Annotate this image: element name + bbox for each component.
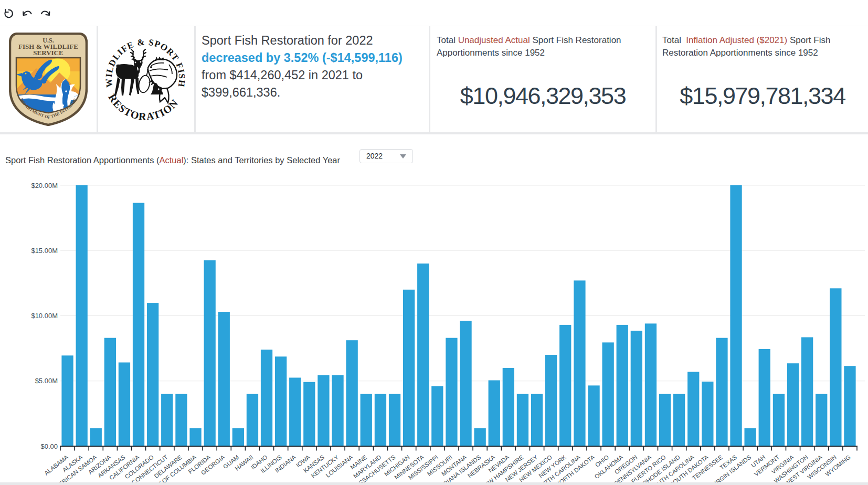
svg-text:SERVICE: SERVICE	[33, 49, 63, 57]
svg-text:$10.00M: $10.00M	[31, 312, 58, 320]
svg-text:$0.00: $0.00	[40, 442, 58, 450]
svg-text:$20.00M: $20.00M	[31, 182, 58, 189]
svg-text:$5.00M: $5.00M	[35, 377, 58, 385]
svg-text:$15.00M: $15.00M	[31, 247, 58, 255]
svg-text:RESTORATION: RESTORATION	[106, 92, 181, 122]
